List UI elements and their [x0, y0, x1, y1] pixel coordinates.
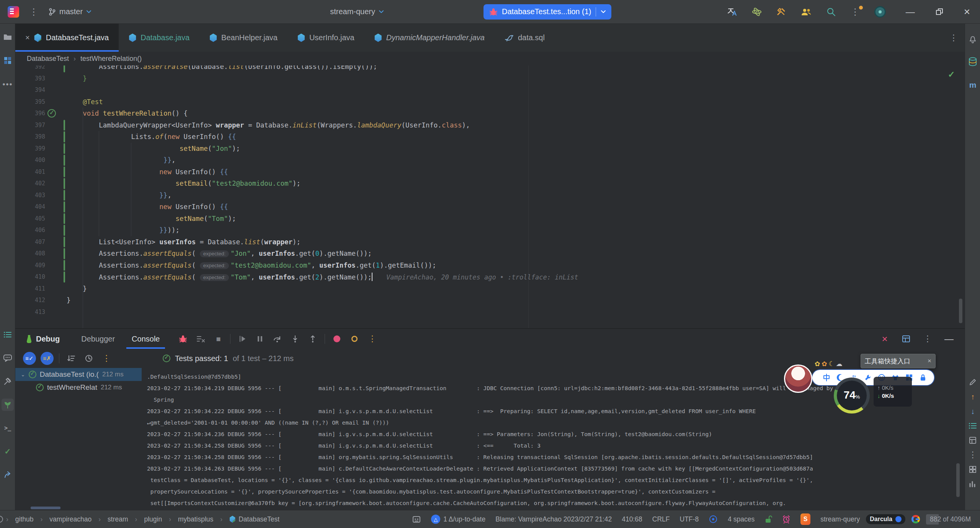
inspections-ok-icon[interactable]: ✓ [948, 70, 955, 80]
build-hammer-icon[interactable] [2, 375, 14, 387]
check-green-icon[interactable]: ✓ [2, 445, 14, 458]
blame-widget[interactable]: Blame: VampireAchao 2023/2/27 21:42 [492, 513, 616, 526]
translator-widget[interactable] [908, 513, 924, 526]
search-icon[interactable] [826, 7, 836, 17]
share-arrow-icon[interactable] [2, 469, 14, 481]
window-minimize-button[interactable]: — [906, 7, 915, 17]
lock-b-icon[interactable] [919, 373, 927, 382]
tree-horizontal-scrollbar[interactable] [31, 507, 60, 509]
kebab-button[interactable]: ⋮ [920, 332, 936, 346]
db-stack-icon[interactable] [967, 56, 979, 68]
filter-fail-button[interactable]: ≡✗ [39, 351, 55, 365]
close-icon[interactable]: × [928, 357, 931, 365]
kebab-y-button[interactable]: ⋮ [98, 351, 114, 365]
close-red-button[interactable]: × [877, 332, 893, 346]
status-path-item[interactable]: stream [104, 513, 132, 526]
tab-database-java[interactable]: Database.java [119, 24, 199, 52]
grid-icon[interactable] [967, 463, 979, 476]
editor-scrollbar[interactable] [959, 299, 962, 323]
chat-icon[interactable] [2, 352, 14, 364]
ime-avatar[interactable] [784, 365, 812, 393]
wrench-b-icon[interactable] [864, 373, 872, 382]
breadcrumb-item[interactable]: DatabaseTest [27, 55, 69, 63]
kebab-icon[interactable]: ⋮ [967, 449, 979, 461]
git-branch-widget[interactable]: master [48, 7, 91, 16]
step-out-button[interactable] [305, 332, 321, 346]
arrow-up-o-icon[interactable]: ↑ [967, 391, 979, 403]
tab-beanhelper-java[interactable]: BeanHelper.java [199, 24, 287, 52]
tab-data-sql[interactable]: data.sql [495, 24, 555, 52]
write-access-widget[interactable] [761, 513, 776, 526]
atom-icon[interactable] [752, 7, 762, 17]
sogou-input-icon[interactable]: S [800, 513, 810, 525]
list-teal-icon[interactable] [2, 329, 14, 341]
chevron-down-icon[interactable] [601, 10, 606, 13]
ring-button[interactable] [346, 332, 363, 346]
theme-widget[interactable]: Darcula [866, 514, 905, 524]
window-close-button[interactable]: × [964, 6, 970, 18]
status-path-item[interactable]: mybatisplus [174, 513, 217, 526]
history-button[interactable] [81, 351, 97, 365]
arrow-down-b-icon[interactable]: ↓ [967, 405, 979, 417]
pause-button[interactable] [252, 332, 268, 346]
reader-mode-eye-icon[interactable] [709, 515, 718, 524]
record-button[interactable] [329, 332, 345, 346]
alarm-widget[interactable] [778, 513, 794, 526]
resume-button[interactable] [234, 332, 250, 346]
code-editor[interactable]: 392 Assertions.assertFalse(Database.list… [15, 65, 965, 328]
debug-tab-console[interactable]: Console [123, 329, 168, 349]
kebab-dot-icon[interactable]: ⋮ [851, 7, 860, 17]
status-path-item[interactable]: plugin [140, 513, 166, 526]
tab-dynamicmapperhandler-java[interactable]: DynamicMapperHandler.java [364, 24, 495, 52]
google-icon[interactable] [911, 515, 920, 523]
breadcrumb-item[interactable]: testWhereRelation() [80, 55, 142, 63]
unlocked-padlock-icon[interactable] [764, 515, 772, 523]
project-selector[interactable]: stream-query [330, 7, 384, 16]
test-tree-row[interactable]: testWhereRelat212 ms [15, 381, 142, 394]
line-ending-widget[interactable]: CRLF [648, 513, 674, 526]
zhong-icon[interactable] [822, 373, 831, 382]
step-into-button[interactable] [287, 332, 303, 346]
console-scrollbar[interactable] [956, 463, 960, 497]
debug-plant-icon[interactable] [2, 399, 14, 411]
layout-blue-button[interactable] [898, 332, 914, 346]
filter-pass-button[interactable]: ≡✓ [21, 351, 38, 365]
chart-icon[interactable] [967, 478, 979, 490]
status-path-item[interactable]: vampireachao [46, 513, 95, 526]
layout-icon[interactable] [967, 434, 979, 446]
mute-button[interactable] [193, 332, 209, 346]
tab-list-kebab-icon[interactable]: ⋮ [949, 24, 965, 52]
window-restore-button[interactable] [935, 7, 944, 16]
test-tree-row[interactable]: ⌄DatabaseTest (io.(212 ms [15, 368, 142, 381]
folder-icon[interactable] [2, 31, 14, 43]
pencil-icon[interactable] [967, 376, 979, 388]
tab-userinfo-java[interactable]: UserInfo.java [287, 24, 364, 52]
tab-close-icon[interactable]: × [25, 33, 30, 42]
ime-toolbar[interactable]: °’ [812, 370, 934, 385]
status-path-item[interactable]: DatabaseTest [225, 513, 283, 526]
indent-widget[interactable]: 4 spaces [724, 513, 758, 526]
ai-assistant-widget[interactable] [408, 513, 425, 526]
vcs-sync-widget[interactable]: △1 Δ/up-to-date [427, 513, 489, 526]
run-configuration-button[interactable]: DatabaseTest.tes...tion (1) [483, 4, 611, 20]
boxes-icon[interactable] [2, 54, 14, 67]
users-icon[interactable] [801, 7, 812, 16]
alarm-icon[interactable] [782, 515, 791, 523]
chevron-down-icon[interactable]: ⌄ [21, 371, 25, 378]
debug-tab-debugger[interactable]: Debugger [73, 329, 123, 349]
maven-m-icon[interactable]: m [967, 79, 979, 91]
stop-button[interactable]: ■ [210, 332, 226, 346]
sort-button[interactable] [63, 351, 79, 365]
translate-icon[interactable] [727, 7, 737, 17]
project-name-widget[interactable]: stream-query [817, 513, 864, 526]
tab-databasetest-java[interactable]: ×DatabaseTest.java [15, 24, 119, 52]
tools-icon[interactable] [776, 7, 786, 17]
memory-indicator[interactable]: 882 of 4096M [926, 514, 975, 525]
avatar-icon[interactable] [874, 6, 886, 18]
status-path-item[interactable]: github [11, 513, 38, 526]
encoding-widget[interactable]: UTF-8 [676, 513, 703, 526]
list-teal-icon[interactable] [967, 420, 979, 432]
step-over-button[interactable] [270, 332, 286, 346]
more-h-icon[interactable]: ••• [2, 78, 14, 90]
minimize-button[interactable]: — [941, 332, 957, 346]
